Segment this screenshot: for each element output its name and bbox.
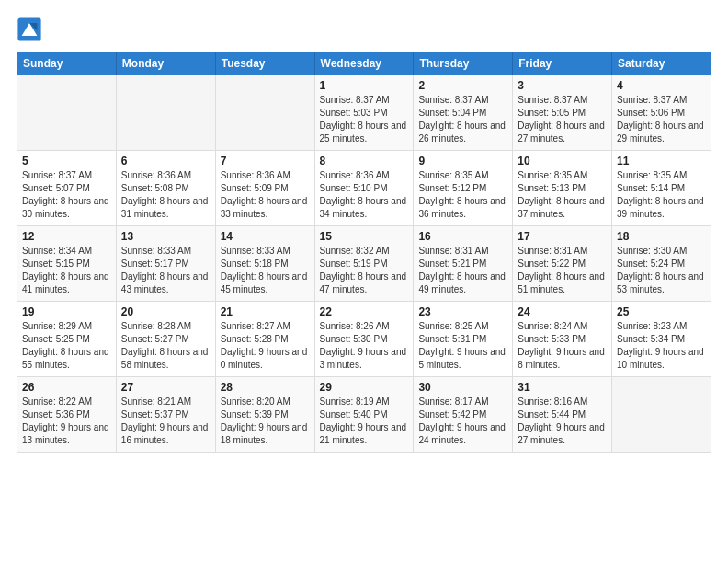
weekday-header: Tuesday	[215, 52, 314, 75]
calendar-cell: 17Sunrise: 8:31 AMSunset: 5:22 PMDayligh…	[513, 226, 612, 302]
cell-info: Sunrise: 8:37 AMSunset: 5:06 PMDaylight:…	[617, 94, 706, 145]
calendar-cell: 14Sunrise: 8:33 AMSunset: 5:18 PMDayligh…	[215, 226, 314, 302]
day-number: 31	[518, 381, 607, 394]
weekday-header: Monday	[116, 52, 215, 75]
weekday-header: Wednesday	[314, 52, 414, 75]
calendar-cell: 20Sunrise: 8:28 AMSunset: 5:27 PMDayligh…	[116, 302, 215, 377]
calendar-cell: 22Sunrise: 8:26 AMSunset: 5:30 PMDayligh…	[314, 302, 414, 377]
calendar-cell: 10Sunrise: 8:35 AMSunset: 5:13 PMDayligh…	[513, 151, 612, 226]
calendar-cell	[215, 75, 314, 151]
cell-info: Sunrise: 8:35 AMSunset: 5:12 PMDaylight:…	[418, 169, 507, 221]
calendar-cell: 24Sunrise: 8:24 AMSunset: 5:33 PMDayligh…	[513, 302, 612, 377]
cell-info: Sunrise: 8:22 AMSunset: 5:36 PMDaylight:…	[22, 396, 111, 447]
cell-info: Sunrise: 8:23 AMSunset: 5:34 PMDaylight:…	[617, 320, 706, 372]
day-number: 19	[22, 305, 111, 318]
cell-info: Sunrise: 8:16 AMSunset: 5:44 PMDaylight:…	[518, 396, 607, 447]
cell-info: Sunrise: 8:26 AMSunset: 5:30 PMDaylight:…	[320, 320, 409, 372]
cell-info: Sunrise: 8:34 AMSunset: 5:15 PMDaylight:…	[22, 245, 111, 296]
cell-info: Sunrise: 8:37 AMSunset: 5:07 PMDaylight:…	[22, 169, 111, 221]
calendar-cell: 6Sunrise: 8:36 AMSunset: 5:08 PMDaylight…	[116, 151, 215, 226]
day-number: 2	[418, 79, 507, 92]
cell-info: Sunrise: 8:31 AMSunset: 5:21 PMDaylight:…	[418, 245, 507, 296]
calendar-table: SundayMondayTuesdayWednesdayThursdayFrid…	[17, 52, 711, 453]
calendar-cell: 8Sunrise: 8:36 AMSunset: 5:10 PMDaylight…	[314, 151, 414, 226]
calendar-header-row: SundayMondayTuesdayWednesdayThursdayFrid…	[17, 52, 711, 75]
logo-icon	[17, 17, 42, 42]
logo	[17, 17, 44, 42]
calendar-cell: 1Sunrise: 8:37 AMSunset: 5:03 PMDaylight…	[314, 75, 414, 151]
weekday-header: Thursday	[414, 52, 513, 75]
calendar-cell: 19Sunrise: 8:29 AMSunset: 5:25 PMDayligh…	[17, 302, 117, 377]
day-number: 28	[221, 381, 310, 394]
calendar-cell	[116, 75, 215, 151]
calendar-cell: 30Sunrise: 8:17 AMSunset: 5:42 PMDayligh…	[414, 377, 513, 453]
cell-info: Sunrise: 8:33 AMSunset: 5:18 PMDaylight:…	[221, 245, 310, 296]
calendar-cell	[612, 377, 711, 453]
calendar-cell: 23Sunrise: 8:25 AMSunset: 5:31 PMDayligh…	[414, 302, 513, 377]
calendar-cell: 2Sunrise: 8:37 AMSunset: 5:04 PMDaylight…	[414, 75, 513, 151]
day-number: 29	[320, 381, 409, 394]
calendar-week-row: 19Sunrise: 8:29 AMSunset: 5:25 PMDayligh…	[17, 302, 711, 377]
cell-info: Sunrise: 8:36 AMSunset: 5:09 PMDaylight:…	[221, 169, 310, 221]
day-number: 30	[418, 381, 507, 394]
calendar-cell: 31Sunrise: 8:16 AMSunset: 5:44 PMDayligh…	[513, 377, 612, 453]
day-number: 16	[418, 230, 507, 243]
cell-info: Sunrise: 8:36 AMSunset: 5:10 PMDaylight:…	[320, 169, 409, 221]
cell-info: Sunrise: 8:35 AMSunset: 5:14 PMDaylight:…	[617, 169, 706, 221]
calendar-cell: 25Sunrise: 8:23 AMSunset: 5:34 PMDayligh…	[612, 302, 711, 377]
calendar-week-row: 26Sunrise: 8:22 AMSunset: 5:36 PMDayligh…	[17, 377, 711, 453]
cell-info: Sunrise: 8:25 AMSunset: 5:31 PMDaylight:…	[418, 320, 507, 372]
calendar-cell: 7Sunrise: 8:36 AMSunset: 5:09 PMDaylight…	[215, 151, 314, 226]
cell-info: Sunrise: 8:35 AMSunset: 5:13 PMDaylight:…	[518, 169, 607, 221]
day-number: 12	[22, 230, 111, 243]
day-number: 21	[221, 305, 310, 318]
calendar-cell: 29Sunrise: 8:19 AMSunset: 5:40 PMDayligh…	[314, 377, 414, 453]
day-number: 1	[320, 79, 409, 92]
day-number: 9	[418, 155, 507, 167]
day-number: 15	[320, 230, 409, 243]
calendar-cell: 27Sunrise: 8:21 AMSunset: 5:37 PMDayligh…	[116, 377, 215, 453]
cell-info: Sunrise: 8:31 AMSunset: 5:22 PMDaylight:…	[518, 245, 607, 296]
day-number: 14	[221, 230, 310, 243]
day-number: 25	[617, 305, 706, 318]
calendar-cell: 5Sunrise: 8:37 AMSunset: 5:07 PMDaylight…	[17, 151, 117, 226]
calendar-week-row: 1Sunrise: 8:37 AMSunset: 5:03 PMDaylight…	[17, 75, 711, 151]
cell-info: Sunrise: 8:32 AMSunset: 5:19 PMDaylight:…	[320, 245, 409, 296]
calendar-cell: 21Sunrise: 8:27 AMSunset: 5:28 PMDayligh…	[215, 302, 314, 377]
cell-info: Sunrise: 8:19 AMSunset: 5:40 PMDaylight:…	[320, 396, 409, 447]
calendar-cell: 4Sunrise: 8:37 AMSunset: 5:06 PMDaylight…	[612, 75, 711, 151]
day-number: 8	[320, 155, 409, 167]
calendar-cell: 26Sunrise: 8:22 AMSunset: 5:36 PMDayligh…	[17, 377, 117, 453]
day-number: 23	[418, 305, 507, 318]
calendar-cell: 28Sunrise: 8:20 AMSunset: 5:39 PMDayligh…	[215, 377, 314, 453]
day-number: 5	[22, 155, 111, 167]
calendar-week-row: 5Sunrise: 8:37 AMSunset: 5:07 PMDaylight…	[17, 151, 711, 226]
calendar-cell: 15Sunrise: 8:32 AMSunset: 5:19 PMDayligh…	[314, 226, 414, 302]
cell-info: Sunrise: 8:24 AMSunset: 5:33 PMDaylight:…	[518, 320, 607, 372]
day-number: 18	[617, 230, 706, 243]
calendar-week-row: 12Sunrise: 8:34 AMSunset: 5:15 PMDayligh…	[17, 226, 711, 302]
cell-info: Sunrise: 8:17 AMSunset: 5:42 PMDaylight:…	[418, 396, 507, 447]
calendar-cell: 3Sunrise: 8:37 AMSunset: 5:05 PMDaylight…	[513, 75, 612, 151]
day-number: 24	[518, 305, 607, 318]
day-number: 20	[121, 305, 210, 318]
calendar-cell: 9Sunrise: 8:35 AMSunset: 5:12 PMDaylight…	[414, 151, 513, 226]
page: SundayMondayTuesdayWednesdayThursdayFrid…	[0, 0, 728, 563]
day-number: 22	[320, 305, 409, 318]
day-number: 17	[518, 230, 607, 243]
cell-info: Sunrise: 8:33 AMSunset: 5:17 PMDaylight:…	[121, 245, 210, 296]
calendar-cell: 16Sunrise: 8:31 AMSunset: 5:21 PMDayligh…	[414, 226, 513, 302]
header	[17, 17, 711, 42]
day-number: 4	[617, 79, 706, 92]
day-number: 27	[121, 381, 210, 394]
weekday-header: Friday	[513, 52, 612, 75]
day-number: 6	[121, 155, 210, 167]
cell-info: Sunrise: 8:37 AMSunset: 5:04 PMDaylight:…	[418, 94, 507, 145]
cell-info: Sunrise: 8:21 AMSunset: 5:37 PMDaylight:…	[121, 396, 210, 447]
weekday-header: Sunday	[17, 52, 117, 75]
calendar-cell: 13Sunrise: 8:33 AMSunset: 5:17 PMDayligh…	[116, 226, 215, 302]
calendar-cell: 18Sunrise: 8:30 AMSunset: 5:24 PMDayligh…	[612, 226, 711, 302]
day-number: 26	[22, 381, 111, 394]
day-number: 7	[221, 155, 310, 167]
day-number: 10	[518, 155, 607, 167]
